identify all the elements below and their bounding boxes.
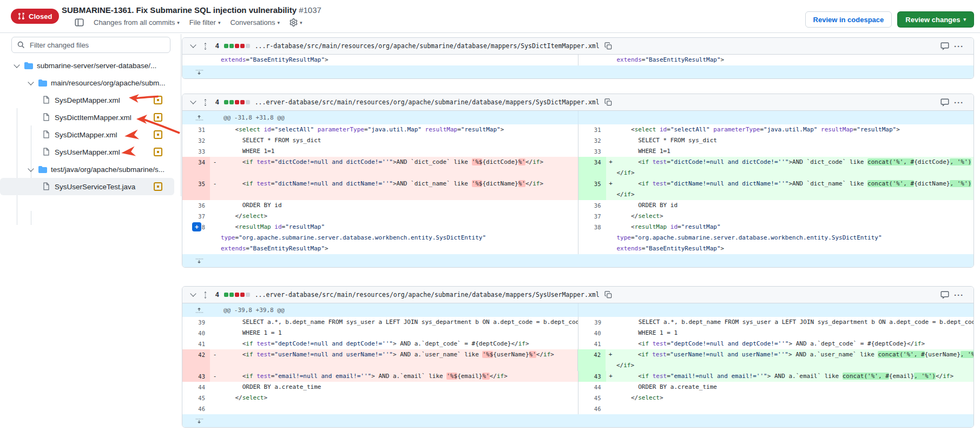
line-number[interactable]: 41 bbox=[578, 339, 606, 349]
add-comment-button[interactable]: + bbox=[192, 222, 201, 231]
expand-down-button[interactable] bbox=[182, 65, 216, 78]
review-changes-button[interactable]: Review changes▾ bbox=[897, 11, 974, 28]
chevron-down-icon[interactable] bbox=[27, 165, 35, 173]
copy-path-icon[interactable] bbox=[604, 98, 612, 106]
filter-changed-files-input[interactable] bbox=[29, 41, 165, 50]
tree-file-sysusermapper-xml[interactable]: SysUserMapper.xml bbox=[0, 143, 174, 161]
diff-sign bbox=[606, 200, 616, 211]
diff-sign: - bbox=[210, 178, 220, 200]
diff-row: 39 SELECT a.*, b.dept_name FROM sys_user… bbox=[182, 317, 974, 328]
copy-path-icon[interactable] bbox=[604, 42, 612, 50]
review-in-codespace-button[interactable]: Review in codespace bbox=[805, 11, 892, 28]
tree-file-sysuserservicetest-java[interactable]: SysUserServiceTest.java bbox=[0, 178, 174, 195]
collapse-file-chevron-icon[interactable] bbox=[190, 99, 196, 105]
line-number[interactable]: 39 bbox=[578, 317, 606, 328]
expand-down-button[interactable] bbox=[182, 414, 216, 427]
file-modified-icon bbox=[154, 148, 162, 156]
conversations-dropdown[interactable]: Conversations▾ bbox=[230, 18, 280, 26]
change-count: 4 bbox=[215, 291, 219, 299]
diff-line-code: WHERE 1 = 1 bbox=[220, 328, 578, 339]
file-path[interactable]: ...erver-database/src/main/resources/org… bbox=[255, 291, 600, 299]
line-number[interactable] bbox=[578, 55, 606, 65]
drag-handle-icon[interactable] bbox=[201, 291, 209, 299]
tree-folder-test-java-org-apache-submarine-s-[interactable]: test/java/org/apache/submarine/s... bbox=[0, 161, 174, 178]
sidebar-toggle-icon[interactable] bbox=[75, 18, 84, 27]
diff-side-new: 42+ <if test="userName!=null and userNam… bbox=[577, 349, 974, 371]
diff-line-code bbox=[616, 403, 974, 414]
line-number[interactable]: 39 bbox=[182, 317, 210, 328]
diff-sign bbox=[606, 393, 616, 403]
chevron-down-icon[interactable] bbox=[13, 62, 21, 69]
drag-handle-icon[interactable] bbox=[201, 98, 209, 107]
diff-sign bbox=[210, 222, 220, 254]
diff-line-code: <if test="deptCode!=null and deptCode!='… bbox=[616, 339, 974, 349]
changes-from-dropdown[interactable]: Changes from all commits▾ bbox=[94, 18, 180, 26]
diff-side-old: 43- <if test="email!=null and email!=''"… bbox=[182, 371, 578, 382]
kebab-menu-icon[interactable]: ··· bbox=[954, 42, 964, 51]
line-number[interactable]: 43 bbox=[182, 371, 210, 382]
line-number[interactable]: 43 bbox=[578, 371, 606, 382]
line-number[interactable]: 38 bbox=[578, 222, 606, 254]
change-count: 4 bbox=[215, 98, 219, 106]
tree-file-sysdeptmapper-xml[interactable]: SysDeptMapper.xml bbox=[0, 91, 174, 109]
expand-up-button[interactable] bbox=[182, 303, 216, 317]
comment-icon[interactable] bbox=[940, 290, 949, 299]
line-number[interactable]: 31 bbox=[182, 124, 210, 135]
tree-folder-main-resources-org-apache-subm-[interactable]: main/resources/org/apache/subm... bbox=[0, 74, 174, 91]
line-number[interactable]: 33 bbox=[578, 146, 606, 157]
drag-handle-icon[interactable] bbox=[201, 42, 209, 50]
line-number[interactable]: 40 bbox=[578, 328, 606, 339]
line-number[interactable]: 34 bbox=[578, 157, 606, 178]
file-path[interactable]: ...r-database/src/main/resources/org/apa… bbox=[255, 42, 600, 50]
comment-icon[interactable] bbox=[940, 42, 949, 50]
chevron-down-icon[interactable] bbox=[27, 79, 35, 87]
diff-sign bbox=[210, 55, 220, 65]
file-filter-dropdown[interactable]: File filter▾ bbox=[189, 18, 221, 26]
line-number[interactable]: 34 bbox=[182, 157, 210, 178]
sidebar-resize-divider[interactable] bbox=[181, 34, 181, 196]
line-number[interactable]: 37 bbox=[182, 211, 210, 222]
tree-item-label: main/resources/org/apache/subm... bbox=[51, 79, 166, 87]
line-number[interactable]: 36 bbox=[182, 200, 210, 211]
line-number[interactable]: 45 bbox=[182, 393, 210, 403]
collapse-file-chevron-icon[interactable] bbox=[190, 43, 196, 49]
expand-up-button[interactable] bbox=[182, 111, 216, 124]
line-number[interactable]: 37 bbox=[578, 211, 606, 222]
diff-side-old: 39 SELECT a.*, b.dept_name FROM sys_user… bbox=[182, 317, 578, 328]
kebab-menu-icon[interactable]: ··· bbox=[954, 98, 964, 107]
line-number[interactable]: 42 bbox=[182, 349, 210, 371]
line-number[interactable]: 46 bbox=[578, 403, 606, 414]
tree-file-sysdictitemmapper-xml[interactable]: SysDictItemMapper.xml bbox=[0, 109, 174, 126]
copy-path-icon[interactable] bbox=[604, 291, 612, 299]
line-number[interactable]: 44 bbox=[578, 382, 606, 393]
line-number[interactable]: 42 bbox=[578, 349, 606, 371]
line-number[interactable]: 41 bbox=[182, 339, 210, 349]
line-number[interactable]: 36 bbox=[578, 200, 606, 211]
line-number[interactable]: 33 bbox=[182, 146, 210, 157]
line-number[interactable]: 35 bbox=[182, 178, 210, 200]
tree-folder-submarine-server-server-database-[interactable]: submarine-server/server-database/... bbox=[0, 57, 174, 74]
kebab-menu-icon[interactable]: ··· bbox=[954, 290, 964, 300]
diff-card: 4 ...erver-database/src/main/resources/o… bbox=[182, 94, 974, 268]
expand-down-button[interactable] bbox=[182, 254, 216, 267]
comment-icon[interactable] bbox=[940, 98, 949, 107]
file-path[interactable]: ...erver-database/src/main/resources/org… bbox=[255, 98, 600, 106]
line-number[interactable]: 32 bbox=[182, 135, 210, 146]
diff-side-new: 37 </select> bbox=[578, 211, 974, 222]
diff-row: 32 SELECT * FROM sys_dict32 SELECT * FRO… bbox=[182, 135, 974, 146]
line-number[interactable] bbox=[182, 55, 210, 65]
line-number[interactable]: 32 bbox=[578, 135, 606, 146]
line-number[interactable]: 31 bbox=[578, 124, 606, 135]
diff-settings-gear[interactable]: ▾ bbox=[290, 18, 302, 26]
diff-sign bbox=[606, 135, 616, 146]
line-number[interactable]: 40 bbox=[182, 328, 210, 339]
line-number[interactable]: 45 bbox=[578, 393, 606, 403]
line-number[interactable]: 46 bbox=[182, 403, 210, 414]
diff-row: 43- <if test="email!=null and email!=''"… bbox=[182, 371, 974, 382]
line-number[interactable]: 35 bbox=[578, 178, 606, 200]
diff-side-new: 38 <resultMap id="resultMap"type="org.ap… bbox=[578, 222, 974, 254]
line-number[interactable]: 44 bbox=[182, 382, 210, 393]
tree-file-sysdictmapper-xml[interactable]: SysDictMapper.xml bbox=[0, 126, 174, 143]
collapse-file-chevron-icon[interactable] bbox=[190, 291, 196, 298]
diff-line-code: <if test="dictName!=null and dictName!='… bbox=[220, 178, 578, 200]
